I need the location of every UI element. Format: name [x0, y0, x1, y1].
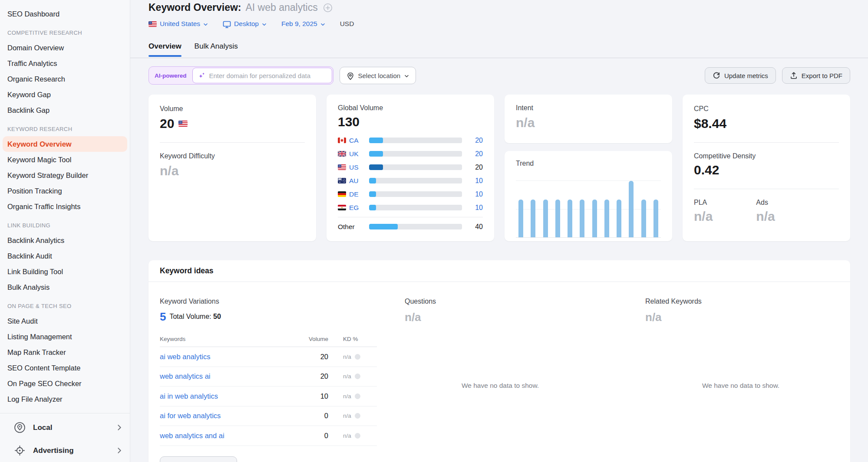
sidebar-section-title-link-building: LINK BUILDING — [0, 221, 130, 230]
country-code-link[interactable]: EG — [349, 204, 369, 212]
column-header-kd[interactable]: KD % — [328, 336, 377, 342]
sidebar: SEO DashboardCOMPETITIVE RESEARCHDomain … — [0, 0, 130, 462]
kd-dot-icon — [355, 393, 360, 399]
sidebar-footer-label: Advertising — [33, 446, 117, 455]
sidebar-section-title-keyword-research: KEYWORD RESEARCH — [0, 125, 130, 134]
volume-label: Volume — [160, 105, 305, 113]
keyword-link[interactable]: web analytics and ai — [160, 432, 224, 439]
keyword-link[interactable]: ai web analytics — [160, 353, 210, 360]
sidebar-item-listing-management[interactable]: Listing Management — [0, 329, 130, 344]
keyword-link[interactable]: ai in web analytics — [160, 392, 218, 400]
de-flag-icon — [338, 191, 346, 197]
sidebar-footer-advertising[interactable]: Advertising — [0, 439, 130, 462]
tab-bulk-analysis[interactable]: Bulk Analysis — [195, 42, 238, 57]
sidebar-item-position-tracking[interactable]: Position Tracking — [0, 183, 130, 199]
domain-input[interactable] — [209, 72, 327, 79]
update-metrics-button[interactable]: Update metrics — [705, 67, 776, 84]
pla-label: PLA — [694, 199, 713, 206]
sidebar-item-traffic-analytics[interactable]: Traffic Analytics — [0, 56, 130, 71]
sidebar-item-seo-content-template[interactable]: SEO Content Template — [0, 360, 130, 376]
location-pin-icon — [347, 72, 354, 80]
sidebar-item-keyword-magic-tool[interactable]: Keyword Magic Tool — [0, 152, 130, 167]
ads-label: Ads — [756, 199, 775, 206]
variations-table-header: Keywords Volume KD % — [160, 336, 377, 347]
keyword-volume: 20 — [294, 372, 328, 380]
page-keyword: AI web analytics — [245, 2, 317, 13]
gb-flag-icon — [338, 151, 346, 157]
add-keyword-icon[interactable] — [323, 3, 333, 13]
us-flag-icon — [338, 164, 346, 170]
sidebar-item-site-audit[interactable]: Site Audit — [0, 313, 130, 329]
country-code-link[interactable]: US — [349, 164, 369, 171]
sidebar-item-organic-traffic-insights[interactable]: Organic Traffic Insights — [0, 199, 130, 214]
sidebar-item-backlink-analytics[interactable]: Backlink Analytics — [0, 233, 130, 248]
questions-value: n/a — [405, 311, 645, 324]
volume-bar-fill — [369, 178, 376, 183]
target-icon — [13, 444, 26, 457]
global-volume-row-other: Other40 — [338, 220, 483, 233]
keyword-volume: 0 — [294, 412, 328, 420]
country-code-link[interactable]: CA — [349, 137, 369, 144]
sidebar-item-link-building-tool[interactable]: Link Building Tool — [0, 264, 130, 279]
metric-cards: Volume 20 Keyword Difficulty n/a Global … — [149, 95, 850, 239]
related-keywords-value: n/a — [645, 311, 839, 324]
page-title: Keyword Overview: — [149, 2, 241, 13]
country-code-link[interactable]: UK — [349, 150, 369, 158]
date-filter[interactable]: Feb 9, 2025 — [281, 20, 325, 28]
chevron-right-icon — [117, 424, 121, 431]
sidebar-item-map-rank-tracker[interactable]: Map Rank Tracker — [0, 344, 130, 360]
volume-value: 10 — [462, 190, 483, 198]
keyword-link[interactable]: web analytics ai — [160, 372, 210, 380]
global-volume-rows: CA20UK20US20AU10DE10EG10Other40 — [338, 134, 483, 233]
intent-trend-column: Intent n/a Trend — [505, 95, 672, 241]
total-volume: Total Volume: 50 — [169, 313, 221, 321]
keyword-variations-label: Keyword Variations — [160, 298, 405, 305]
chevron-down-icon — [203, 23, 208, 26]
keyword-volume: 0 — [294, 432, 328, 440]
column-header-volume[interactable]: Volume — [294, 336, 328, 342]
sidebar-item-keyword-strategy-builder[interactable]: Keyword Strategy Builder — [0, 167, 130, 183]
trend-bar-4 — [555, 200, 560, 237]
country-code-link[interactable]: DE — [349, 190, 369, 198]
sidebar-item-log-file-analyzer[interactable]: Log File Analyzer — [0, 391, 130, 407]
domain-input-box — [192, 68, 332, 83]
divider — [160, 142, 305, 143]
chevron-down-icon — [262, 23, 267, 26]
view-all-keywords-button[interactable]: View all 5 keywords — [160, 456, 237, 462]
export-pdf-button[interactable]: Export to PDF — [782, 67, 850, 84]
volume-value: 10 — [462, 177, 483, 185]
chevron-down-icon — [404, 75, 409, 78]
sidebar-item-on-page-seo-checker[interactable]: On Page SEO Checker — [0, 376, 130, 391]
volume-bar-track — [369, 191, 462, 197]
device-filter-label: Desktop — [234, 20, 259, 28]
sidebar-section-title-competitive-research: COMPETITIVE RESEARCH — [0, 29, 130, 37]
sidebar-nav: SEO DashboardCOMPETITIVE RESEARCHDomain … — [0, 0, 130, 407]
sidebar-item-bulk-analysis[interactable]: Bulk Analysis — [0, 279, 130, 295]
country-code-link[interactable]: AU — [349, 177, 369, 185]
sidebar-item-keyword-gap[interactable]: Keyword Gap — [0, 87, 130, 102]
keyword-table-row: web analytics ai20n/a — [160, 367, 377, 387]
sidebar-item-keyword-overview[interactable]: Keyword Overview — [3, 136, 127, 152]
keyword-difficulty-label: Keyword Difficulty — [160, 152, 305, 160]
sidebar-item-backlink-gap[interactable]: Backlink Gap — [0, 102, 130, 118]
global-volume-card: Global Volume 130 CA20UK20US20AU10DE10EG… — [327, 95, 494, 241]
sidebar-item-backlink-audit[interactable]: Backlink Audit — [0, 248, 130, 264]
kd-value: n/a — [343, 413, 351, 419]
sidebar-item-domain-overview[interactable]: Domain Overview — [0, 40, 130, 56]
trend-bar-6 — [580, 200, 584, 237]
kd-value: n/a — [343, 393, 351, 400]
tab-overview[interactable]: Overview — [149, 42, 182, 57]
sidebar-item-organic-research[interactable]: Organic Research — [0, 71, 130, 87]
volume-bar-track — [369, 164, 462, 170]
keyword-link[interactable]: ai for web analytics — [160, 412, 221, 419]
volume-bar-track — [369, 224, 462, 229]
column-header-keywords[interactable]: Keywords — [160, 336, 294, 342]
location-filter[interactable]: United States — [149, 20, 208, 28]
ai-domain-control: AI-powered — [149, 66, 333, 85]
device-filter[interactable]: Desktop — [223, 20, 267, 28]
location-pin-icon — [13, 421, 26, 434]
select-location-button[interactable]: Select location — [340, 67, 416, 84]
sidebar-footer-local[interactable]: Local — [0, 416, 130, 439]
questions-column: Questions n/a We have no data to show. — [405, 298, 645, 462]
sidebar-item-seo-dashboard[interactable]: SEO Dashboard — [0, 6, 130, 22]
